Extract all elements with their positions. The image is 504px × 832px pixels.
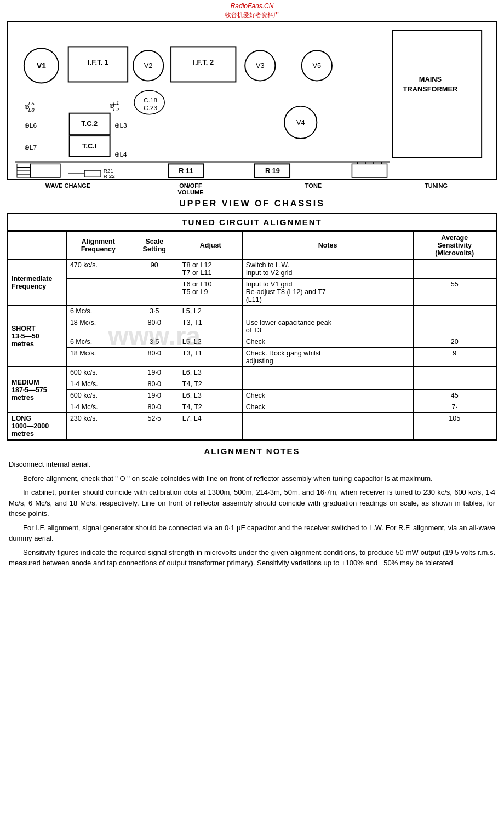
- col-header-sensitivity: AverageSensitivity(Microvolts): [413, 232, 496, 260]
- col-header-notes: Notes: [242, 232, 413, 260]
- cell-short-scale2: 80·0: [130, 317, 179, 336]
- svg-text:MAINS: MAINS: [419, 75, 442, 83]
- cell-med-scale3: 19·0: [130, 390, 179, 401]
- row-label-short: SHORT13·5—50metres: [8, 306, 67, 367]
- cell-short-sens1: [413, 306, 496, 317]
- cell-if-scale1: 90: [130, 260, 179, 279]
- svg-text:T.C.I: T.C.I: [82, 142, 96, 150]
- svg-rect-45: [84, 170, 101, 177]
- cell-med-scale4: 80·0: [130, 401, 179, 413]
- cell-short-notes3: Check: [242, 336, 413, 348]
- alignment-notes-section: ALIGNMENT NOTES Disconnect internal aeri…: [9, 446, 495, 569]
- cell-med-adjust1: L6, L3: [179, 367, 242, 378]
- svg-text:V5: V5: [313, 61, 322, 70]
- cell-if-sens2: 55: [413, 279, 496, 306]
- cell-short-scale1: 3·5: [130, 306, 179, 317]
- cell-short-adjust4: T3, T1: [179, 348, 242, 367]
- cell-if-notes2: Input to V1 gridRe-adjust T8 (L12) and T…: [242, 279, 413, 306]
- svg-text:T.C.2: T.C.2: [81, 119, 98, 128]
- col-header-adjust: Adjust: [179, 232, 242, 260]
- row-label-if: IntermediateFrequency: [8, 260, 67, 306]
- chassis-diagram: MAINS TRANSFORMER V1 I.F.T. 1 V2 I.F.T. …: [7, 21, 497, 180]
- cell-short-adjust1: L5, L2: [179, 306, 242, 317]
- svg-text:R 11: R 11: [179, 167, 193, 175]
- svg-text:R 19: R 19: [265, 167, 280, 175]
- table-title: TUNED CIRCUIT ALIGNMENT: [8, 214, 496, 231]
- cell-med-freq2: 1·4 Mc/s.: [66, 378, 130, 390]
- table-row: MEDIUM187·5—575metres 600 kc/s. 19·0 L6,…: [8, 367, 496, 378]
- cell-short-sens2: [413, 317, 496, 336]
- col-header-label: [8, 232, 67, 260]
- cell-short-sens4: 9: [413, 348, 496, 367]
- cell-med-notes1: [242, 367, 413, 378]
- cell-med-notes2: [242, 378, 413, 390]
- cell-if-sens1: [413, 260, 496, 279]
- table-row: IntermediateFrequency 470 kc/s. 90 T8 or…: [8, 260, 496, 279]
- cell-short-adjust3: L5, L2: [179, 336, 242, 348]
- cell-short-freq3: 6 Mc/s.: [66, 336, 130, 348]
- svg-text:I.F.T. 2: I.F.T. 2: [193, 58, 214, 66]
- svg-text:TRANSFORMER: TRANSFORMER: [403, 85, 458, 93]
- svg-text:V4: V4: [296, 118, 305, 127]
- row-label-long: LONG1000—2000metres: [8, 413, 67, 440]
- cell-short-freq4: 18 Mc/s.: [66, 348, 130, 367]
- svg-text:C.23: C.23: [144, 104, 157, 112]
- cell-med-sens3: 45: [413, 390, 496, 401]
- svg-text:⊕L3: ⊕L3: [114, 122, 128, 129]
- cell-if-adjust1: T8 or L12T7 or L11: [179, 260, 242, 279]
- notes-para-3: In cabinet, pointer should coincide with…: [9, 487, 495, 519]
- cell-med-adjust4: T4, T2: [179, 401, 242, 413]
- svg-text:V3: V3: [256, 61, 265, 70]
- cell-if-freq1: 470 kc/s.: [66, 260, 130, 279]
- cell-short-notes4: Check. Rock gang whilstadjusting: [242, 348, 413, 367]
- svg-text:C.18: C.18: [144, 96, 157, 104]
- notes-para-4: For I.F. alignment, signal generator sho…: [9, 523, 495, 544]
- notes-title: ALIGNMENT NOTES: [9, 446, 495, 456]
- table-row: 6 Mc/s. 3·5 L5, L2 Check 20: [8, 336, 496, 348]
- chassis-title: UPPER VIEW OF CHASSIS: [0, 199, 504, 209]
- notes-para-2: Before alignment, check that " O " on sc…: [9, 473, 495, 484]
- cell-if-scale2: [130, 279, 179, 306]
- cell-med-adjust3: L6, L3: [179, 390, 242, 401]
- svg-text:L5: L5: [28, 100, 35, 106]
- cell-long-adjust1: L7, L4: [179, 413, 242, 440]
- cell-med-freq4: 1·4 Mc/s.: [66, 401, 130, 413]
- svg-text:L2: L2: [113, 106, 119, 112]
- watermark-line1: RadioFans.CN: [0, 0, 504, 11]
- label-tone: TONE: [252, 182, 375, 196]
- col-header-freq: AlignmentFrequency: [66, 232, 130, 260]
- cell-long-scale1: 52·5: [130, 413, 179, 440]
- table-row: 600 kc/s. 19·0 L6, L3 Check 45: [8, 390, 496, 401]
- table-row: 18 Mc/s. 80·0 T3, T1 Use lower capacitan…: [8, 317, 496, 336]
- cell-med-scale1: 19·0: [130, 367, 179, 378]
- cell-short-notes1: [242, 306, 413, 317]
- svg-text:L1: L1: [113, 100, 119, 106]
- table-row: SHORT13·5—50metres 6 Mc/s. 3·5 L5, L2: [8, 306, 496, 317]
- table-row: LONG1000—2000metres 230 kc/s. 52·5 L7, L…: [8, 413, 496, 440]
- label-wave-change: WAVE CHANGE: [7, 182, 129, 196]
- svg-text:P.23: P.23: [104, 179, 114, 179]
- cell-med-sens4: 7·: [413, 401, 496, 413]
- cell-med-sens1: [413, 367, 496, 378]
- svg-text:I.F.T. 1: I.F.T. 1: [88, 58, 108, 66]
- cell-med-freq1: 600 kc/s.: [66, 367, 130, 378]
- cell-med-freq3: 600 kc/s.: [66, 390, 130, 401]
- col-header-scale: ScaleSetting: [130, 232, 179, 260]
- cell-if-freq2: [66, 279, 130, 306]
- cell-long-sens1: 105: [413, 413, 496, 440]
- cell-short-freq1: 6 Mc/s.: [66, 306, 130, 317]
- label-tuning: TUNING: [375, 182, 497, 196]
- table-row: T6 or L10T5 or L9 Input to V1 gridRe-adj…: [8, 279, 496, 306]
- svg-rect-52: [352, 164, 387, 177]
- cell-med-scale2: 80·0: [130, 378, 179, 390]
- svg-text:V1: V1: [37, 62, 46, 70]
- watermark-line2: 收音机爱好者资料库: [0, 11, 504, 19]
- cell-if-adjust2: T6 or L10T5 or L9: [179, 279, 242, 306]
- cell-med-adjust2: T4, T2: [179, 378, 242, 390]
- cell-short-freq2: 18 Mc/s.: [66, 317, 130, 336]
- cell-short-scale3: 3·5: [130, 336, 179, 348]
- cell-med-notes3: Check: [242, 390, 413, 401]
- chassis-labels: WAVE CHANGE ON/OFFVOLUME TONE TUNING: [7, 182, 497, 196]
- notes-para-5: Sensitivity figures indicate the require…: [9, 547, 495, 569]
- cell-short-adjust2: T3, T1: [179, 317, 242, 336]
